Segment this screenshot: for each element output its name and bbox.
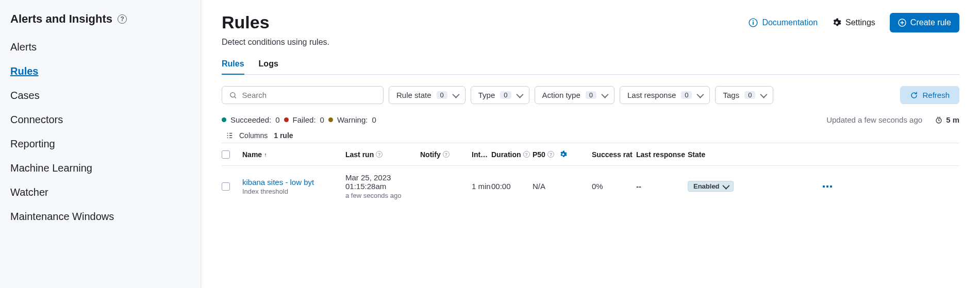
row-actions-button[interactable] [823,185,843,188]
filter-tags[interactable]: Tags 0 [715,86,773,104]
th-p50[interactable]: P50 ? [533,150,592,159]
th-notify[interactable]: Notify ? [420,150,472,159]
status-dot-succeeded [222,117,226,122]
th-success-ratio[interactable]: Success rat [592,150,636,159]
state-badge[interactable]: Enabled [688,181,734,192]
refresh-icon [910,91,918,99]
filter-action-type-label: Action type [542,91,580,99]
sort-up-icon: ↑ [264,151,267,158]
svg-rect-6 [823,185,825,188]
cell-success-ratio: 0% [592,182,636,191]
cell-last-response: -- [636,182,688,191]
chevron-down-icon [601,91,608,98]
th-state-label: State [688,150,705,159]
rule-count: 1 rule [274,131,293,140]
th-last-response[interactable]: Last response [636,150,688,159]
th-success-ratio-label: Success rat [592,150,633,159]
documentation-link[interactable]: Documentation [749,18,818,27]
sidebar-item-alerts[interactable]: Alerts [10,35,201,59]
rule-name-link[interactable]: kibana sites - low byt [242,178,345,187]
status-dot-failed [284,117,289,122]
chevron-down-icon [722,182,729,189]
header-actions: Documentation Settings Create rule [749,13,959,32]
cell-state: Enabled [688,181,751,192]
status-interval[interactable]: 5 m [935,115,959,124]
sidebar-item-machine-learning[interactable]: Machine Learning [10,156,201,180]
info-icon: ? [376,151,383,158]
th-name[interactable]: Name ↑ [242,150,345,159]
svg-point-1 [753,20,754,21]
tab-rules[interactable]: Rules [222,59,244,75]
columns-button[interactable]: Columns [239,131,268,140]
table-header: Name ↑ Last run ? Notify ? Int… Duration… [222,143,959,166]
sidebar-item-cases[interactable]: Cases [10,83,201,108]
status-updated-text: Updated a few seconds ago [826,115,922,124]
plus-circle-icon [898,19,906,27]
sidebar-item-rules[interactable]: Rules [10,59,201,83]
th-checkbox [222,150,242,159]
cell-last-run: Mar 25, 2023 01:15:28am a few seconds ag… [345,173,420,199]
help-icon[interactable]: ? [118,14,127,24]
tab-logs[interactable]: Logs [259,59,278,74]
sidebar-item-maintenance-windows[interactable]: Maintenance Windows [10,205,201,229]
cell-actions [823,185,843,188]
rule-type-label: Index threshold [242,188,345,195]
sidebar-item-watcher[interactable]: Watcher [10,180,201,205]
status-row: Succeeded: 0 Failed: 0 Warning: 0 Update… [222,115,959,124]
state-badge-label: Enabled [693,182,720,190]
th-interval[interactable]: Int… [472,150,491,159]
row-checkbox[interactable] [222,182,230,191]
filter-last-response-label: Last response [627,91,676,99]
sidebar-item-connectors[interactable]: Connectors [10,108,201,132]
create-rule-button[interactable]: Create rule [890,13,959,32]
th-notify-label: Notify [420,150,441,159]
th-name-label: Name [242,150,262,159]
info-icon: ? [443,151,450,158]
filter-rule-state-label: Rule state [396,91,431,99]
svg-rect-7 [826,185,828,188]
filter-type-count: 0 [500,91,511,99]
th-last-run[interactable]: Last run ? [345,150,420,159]
cell-duration: 00:00 [491,182,533,191]
filter-tags-label: Tags [723,91,739,99]
settings-link[interactable]: Settings [832,18,875,27]
main-content: Rules Documentation Settings [201,0,980,288]
more-horizontal-icon [823,185,832,188]
status-succeeded-label: Succeeded: [230,115,271,124]
create-rule-label: Create rule [910,18,951,27]
refresh-label: Refresh [922,91,950,99]
chevron-down-icon [697,91,704,98]
search-input[interactable] [242,91,376,99]
th-state[interactable]: State [688,150,751,159]
search-box[interactable] [222,86,384,104]
sidebar-heading[interactable]: Alerts and Insights ? [10,12,201,26]
status-left: Succeeded: 0 Failed: 0 Warning: 0 [222,115,376,124]
gear-icon[interactable] [559,150,567,158]
status-succeeded-count: 0 [275,115,279,124]
page-title: Rules [222,12,270,32]
svg-rect-2 [753,22,754,25]
th-interval-label: Int… [472,150,488,159]
filter-type[interactable]: Type 0 [471,86,529,104]
filter-rule-state[interactable]: Rule state 0 [389,86,466,104]
info-icon: ? [547,151,554,158]
filter-tags-count: 0 [744,91,755,99]
select-all-checkbox[interactable] [222,150,230,159]
documentation-label: Documentation [762,18,818,27]
tabs: Rules Logs [222,59,959,75]
refresh-button[interactable]: Refresh [900,86,959,104]
chevron-down-icon [760,91,768,98]
filter-action-type[interactable]: Action type 0 [535,86,614,104]
cell-checkbox [222,182,242,191]
search-icon [229,91,237,99]
columns-icon [226,132,233,139]
status-warning-label: Warning: [337,115,368,124]
rules-table: Name ↑ Last run ? Notify ? Int… Duration… [222,143,959,207]
documentation-icon [749,18,758,27]
sidebar-item-reporting[interactable]: Reporting [10,132,201,156]
svg-rect-8 [830,185,832,188]
filter-last-response[interactable]: Last response 0 [620,86,710,104]
status-dot-warning [328,117,333,122]
th-duration[interactable]: Duration ? [491,150,533,159]
page-subtitle: Detect conditions using rules. [222,38,959,47]
